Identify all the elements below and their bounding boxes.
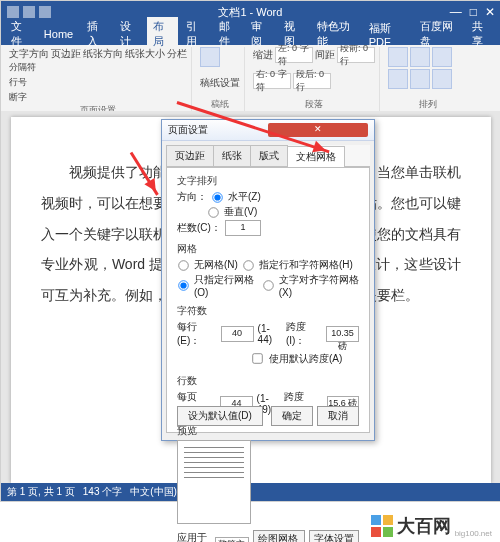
- dialog-tabs: 页边距 纸张 版式 文档网格: [166, 145, 370, 167]
- orientation-button[interactable]: 纸张方向: [83, 47, 123, 61]
- tab-file[interactable]: 文件: [5, 17, 36, 51]
- selection-pane-button[interactable]: [410, 69, 430, 89]
- tab-insert[interactable]: 插入: [81, 17, 112, 51]
- default-pitch-check[interactable]: 使用默认跨度(A): [247, 349, 342, 368]
- indent-label: 缩进: [253, 48, 273, 62]
- group-page-setup: 文字方向 页边距 纸张方向 纸张大小 分栏 分隔符 行号 断字 页面设置: [5, 47, 192, 111]
- page-indicator[interactable]: 第 1 页, 共 1 页: [7, 485, 75, 499]
- dialog-body: 文字排列 方向： 水平(Z) 垂直(V) 栏数(C)： 1 网格 无网格(N) …: [166, 167, 370, 433]
- page-setup-dialog: 页面设置 ✕ 页边距 纸张 版式 文档网格 文字排列 方向： 水平(Z) 垂直(…: [161, 119, 375, 441]
- chars-pitch-label: 跨度(I)：: [286, 320, 322, 348]
- apply-select[interactable]: 整篇文档: [215, 537, 249, 543]
- chars-range: (1-44): [258, 323, 282, 345]
- breaks-button[interactable]: 分隔符: [9, 61, 36, 74]
- language[interactable]: 中文(中国): [130, 485, 177, 499]
- chars-heading: 字符数: [177, 304, 359, 318]
- columns-button[interactable]: 分栏: [167, 47, 187, 61]
- grid-snapchar-radio[interactable]: 文字对齐字符网格(X): [262, 273, 359, 298]
- line-numbers-button[interactable]: 行号: [9, 76, 27, 89]
- position-button[interactable]: [388, 47, 408, 67]
- dlg-tab-margins[interactable]: 页边距: [166, 145, 214, 166]
- apply-label: 应用于(Y)：: [177, 531, 211, 543]
- set-default-button[interactable]: 设为默认值(D): [177, 406, 263, 426]
- ribbon: 文字方向 页边距 纸张方向 纸张大小 分栏 分隔符 行号 断字 页面设置 稿纸设…: [1, 45, 500, 114]
- dir-horizontal-radio[interactable]: 水平(Z): [211, 190, 261, 204]
- app-icon: [7, 6, 19, 18]
- spacing-label: 间距: [315, 48, 335, 62]
- preview-box: [177, 440, 251, 524]
- grid-lineonly-radio[interactable]: 只指定行网格(O): [177, 273, 258, 298]
- tab-review[interactable]: 审阅: [245, 17, 276, 51]
- dlg-tab-layout[interactable]: 版式: [250, 145, 288, 166]
- group-label: 段落: [253, 98, 375, 111]
- preview-heading: 预览: [177, 424, 359, 438]
- tab-home[interactable]: Home: [38, 26, 79, 42]
- grid-none-radio[interactable]: 无网格(N): [177, 258, 238, 272]
- align-button[interactable]: [432, 69, 452, 89]
- cancel-button[interactable]: 取消: [317, 406, 359, 426]
- ok-button[interactable]: 确定: [271, 406, 313, 426]
- indent-left-input[interactable]: 左: 0 字符: [275, 47, 313, 63]
- lines-heading: 行数: [177, 374, 359, 388]
- chars-input[interactable]: 40: [221, 326, 254, 342]
- text-dir-heading: 文字排列: [177, 174, 359, 188]
- watermark-brand: 大百网 big100.net: [371, 514, 492, 538]
- cols-input[interactable]: 1: [225, 220, 261, 236]
- cols-label: 栏数(C)：: [177, 221, 221, 235]
- wordcount[interactable]: 143 个字: [83, 485, 122, 499]
- margins-button[interactable]: 页边距: [51, 47, 81, 61]
- brand-name: 大百网: [397, 514, 451, 538]
- grid-heading: 网格: [177, 242, 359, 256]
- size-button[interactable]: 纸张大小: [125, 47, 165, 61]
- dir-label: 方向：: [177, 190, 207, 204]
- ribbon-tabstrip: 文件 Home 插入 设计 布局 引用 邮件 审阅 视图 特色功能 福斯PDF …: [1, 23, 500, 45]
- group-label: 稿纸: [200, 98, 240, 111]
- text-direction-button[interactable]: 文字方向: [9, 47, 49, 61]
- brand-url: big100.net: [455, 529, 492, 538]
- group-arrange: 排列: [384, 47, 472, 111]
- group-paper: 稿纸设置 稿纸: [196, 47, 245, 111]
- font-setup-button[interactable]: 字体设置(F)…: [309, 530, 359, 542]
- tab-layout[interactable]: 布局: [147, 17, 178, 51]
- chars-pitch-input[interactable]: 10.35 磅: [326, 326, 359, 342]
- chars-label: 每行(E)：: [177, 320, 217, 348]
- dir-vertical-radio[interactable]: 垂直(V): [207, 205, 257, 219]
- wrap-button[interactable]: [410, 47, 430, 67]
- indent-right-input[interactable]: 右: 0 字符: [253, 73, 291, 89]
- tab-design[interactable]: 设计: [114, 17, 145, 51]
- brand-logo-icon: [371, 515, 393, 537]
- share-button[interactable]: 共享: [466, 17, 497, 51]
- paper-icon[interactable]: [200, 47, 220, 67]
- qat-undo-icon[interactable]: [39, 6, 51, 18]
- tab-references[interactable]: 引用: [180, 17, 211, 51]
- draw-grid-button[interactable]: 绘图网格(W)…: [253, 530, 305, 542]
- tab-mailings[interactable]: 邮件: [213, 17, 244, 51]
- dlg-tab-paper[interactable]: 纸张: [213, 145, 251, 166]
- tab-baidu[interactable]: 百度网盘: [414, 17, 464, 51]
- backward-button[interactable]: [388, 69, 408, 89]
- grid-linechar-radio[interactable]: 指定行和字符网格(H): [242, 258, 353, 272]
- space-before-input[interactable]: 段前: 0 行: [337, 47, 375, 63]
- space-after-input[interactable]: 段后: 0 行: [293, 73, 331, 89]
- forward-button[interactable]: [432, 47, 452, 67]
- group-paragraph: 缩进 左: 0 字符 间距 段前: 0 行 右: 0 字符 段后: 0 行 段落: [249, 47, 380, 111]
- group-label: 排列: [388, 98, 468, 111]
- hyphenation-button[interactable]: 断字: [9, 91, 27, 104]
- paper-setup-button[interactable]: 稿纸设置: [200, 76, 240, 90]
- qat-save-icon[interactable]: [23, 6, 35, 18]
